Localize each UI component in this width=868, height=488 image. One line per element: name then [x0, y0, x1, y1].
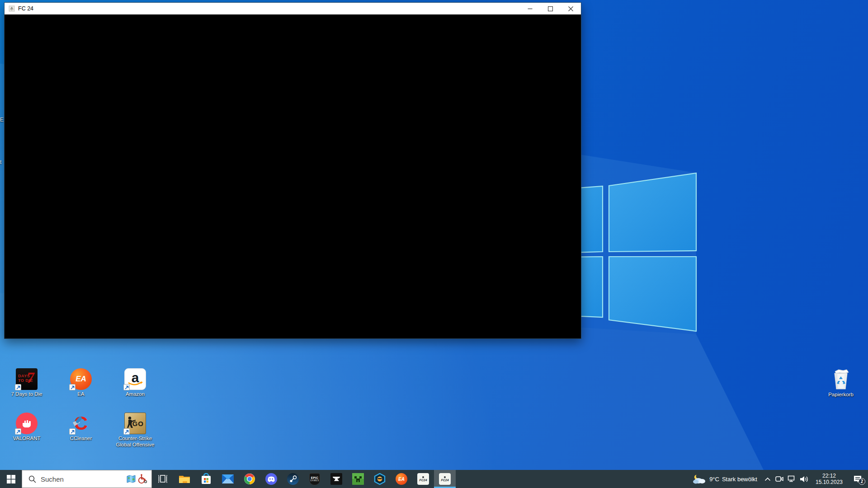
clock-date: 15.10.2023: [816, 479, 843, 485]
minecraft-icon: [352, 473, 364, 485]
amazon-smile-arrow: [127, 381, 143, 387]
fc24-icon: FC24: [417, 473, 429, 485]
network-ethernet-icon: [788, 475, 796, 483]
taskbar-app-discord[interactable]: [260, 470, 282, 488]
shortcut-arrow-icon: [15, 384, 21, 390]
weather-temperature: 9°C: [709, 476, 719, 483]
taskbar-app-microsoft-store[interactable]: [195, 470, 217, 488]
taskbar-search[interactable]: [22, 470, 152, 488]
meet-now-button[interactable]: [773, 470, 785, 488]
wheelchair-icon: [137, 474, 148, 484]
minimize-button[interactable]: [520, 3, 540, 14]
shortcut-arrow-icon: [123, 384, 130, 390]
icon-text: FC24: [419, 479, 427, 482]
shortcut-arrow-icon: [69, 428, 75, 435]
icon-text: DAYS: [18, 374, 30, 378]
recycle-bin-icon: [830, 369, 852, 390]
hexagon-badge-app-icon: [374, 473, 386, 485]
speaker-icon: [800, 475, 809, 483]
desktop-icon-label: VALORANT: [2, 436, 52, 442]
maximize-icon: [548, 6, 553, 11]
desktop-icon-label: Amazon: [110, 391, 160, 398]
network-button[interactable]: [785, 470, 797, 488]
desktop-icon-ea[interactable]: EA EA: [56, 368, 106, 398]
taskbar-app-minecraft[interactable]: [347, 470, 369, 488]
windows-start-icon: [7, 475, 15, 483]
broom-icon: [72, 415, 85, 429]
icon-text: GAMES: [310, 479, 319, 482]
volume-button[interactable]: [797, 470, 811, 488]
search-input[interactable]: [41, 475, 126, 483]
system-tray: 9°C Stark bewölkt: [688, 470, 868, 488]
notification-badge: 2: [859, 478, 865, 485]
desktop-icon-recycle-bin[interactable]: Papierkorb: [816, 369, 866, 398]
meet-now-camera-icon: [775, 475, 783, 483]
hidden-icon-label-fragment: t: [0, 159, 4, 165]
mail-icon: [222, 474, 234, 483]
desktop-icon-label: Papierkorb: [816, 392, 866, 398]
taskbar-app-epic-games[interactable]: EPIC GAMES: [304, 470, 326, 488]
icon-text: TO DIE: [18, 378, 33, 383]
epic-games-icon: EPIC GAMES: [309, 473, 320, 485]
close-icon: [568, 6, 573, 11]
task-view-icon: [157, 474, 168, 484]
taskbar-app-mail[interactable]: [217, 470, 239, 488]
taskbar-app-task-view[interactable]: [152, 470, 174, 488]
window-titlebar[interactable]: FC 24: [5, 3, 581, 14]
fc24-game-viewport[interactable]: [5, 14, 581, 338]
maximize-button[interactable]: [540, 3, 561, 14]
cloudy-night-icon: [693, 474, 706, 484]
fc24-window[interactable]: FC 24: [4, 2, 581, 339]
tray-overflow-button[interactable]: [762, 470, 773, 488]
desktop-icon-csgo[interactable]: GO Counter-Strike Global Offensive: [110, 413, 160, 448]
icon-text: EPIC: [311, 476, 318, 479]
weather-condition: Stark bewölkt: [722, 476, 757, 483]
taskbar-app-hexagon-badge[interactable]: [369, 470, 391, 488]
desktop-icon-label: 7 Days to Die: [2, 391, 52, 398]
minimize-icon: [528, 6, 533, 11]
close-button[interactable]: [561, 3, 581, 14]
microsoft-store-icon: [201, 473, 212, 485]
desktop-icon-amazon[interactable]: a Amazon: [110, 368, 160, 398]
icon-text: EA: [398, 477, 405, 482]
ea-app-icon: EA: [396, 473, 407, 485]
desktop-icon-label: EA: [56, 391, 106, 398]
hidden-icon-label-fragment: E: [0, 117, 4, 123]
weather-widget[interactable]: 9°C Stark bewölkt: [688, 470, 762, 488]
chrome-icon: [244, 473, 255, 485]
shortcut-arrow-icon: [123, 428, 130, 435]
shortcut-arrow-icon: [15, 428, 21, 435]
taskbar: EPIC GAMES EA: [0, 470, 868, 488]
desktop[interactable]: E t Crab Game Pascal - Chrome 7 DAYS TO …: [0, 0, 868, 488]
taskbar-app-steam[interactable]: [282, 470, 304, 488]
search-icon: [28, 475, 36, 483]
chevron-up-icon: [764, 477, 771, 481]
start-button[interactable]: [0, 470, 22, 488]
file-explorer-icon: [179, 474, 190, 484]
taskbar-app-anvil-launcher[interactable]: [326, 470, 347, 488]
anvil-app-icon: [330, 473, 342, 485]
window-title: FC 24: [18, 5, 33, 12]
taskbar-app-chrome[interactable]: [239, 470, 260, 488]
fc24-window-icon: [8, 5, 15, 12]
search-highlights[interactable]: [126, 474, 148, 484]
desktop-icon-7-days-to-die[interactable]: 7 DAYS TO DIE 7 Days to Die: [2, 368, 52, 398]
icon-text: GO: [132, 420, 144, 427]
taskbar-app-ea[interactable]: EA: [391, 470, 412, 488]
discord-icon: [265, 473, 277, 485]
desktop-icon-label: CCleaner: [56, 436, 106, 442]
map-icon: [126, 474, 136, 484]
desktop-icon-ccleaner[interactable]: C CCleaner: [56, 413, 106, 442]
taskbar-app-fc24-active[interactable]: FC24: [434, 470, 456, 488]
shortcut-arrow-icon: [69, 384, 75, 390]
taskbar-app-file-explorer[interactable]: [174, 470, 195, 488]
action-center-button[interactable]: 2: [847, 470, 868, 488]
steam-icon: [287, 473, 299, 485]
fc24-icon: FC24: [439, 473, 451, 485]
taskbar-app-fc24[interactable]: FC24: [412, 470, 434, 488]
clock-time: 22:12: [822, 473, 836, 479]
clock[interactable]: 22:12 15.10.2023: [811, 470, 847, 488]
desktop-icon-label: Counter-Strike Global Offensive: [110, 436, 160, 448]
desktop-icon-valorant[interactable]: VALORANT: [2, 413, 52, 442]
icon-text: EA: [75, 375, 86, 384]
